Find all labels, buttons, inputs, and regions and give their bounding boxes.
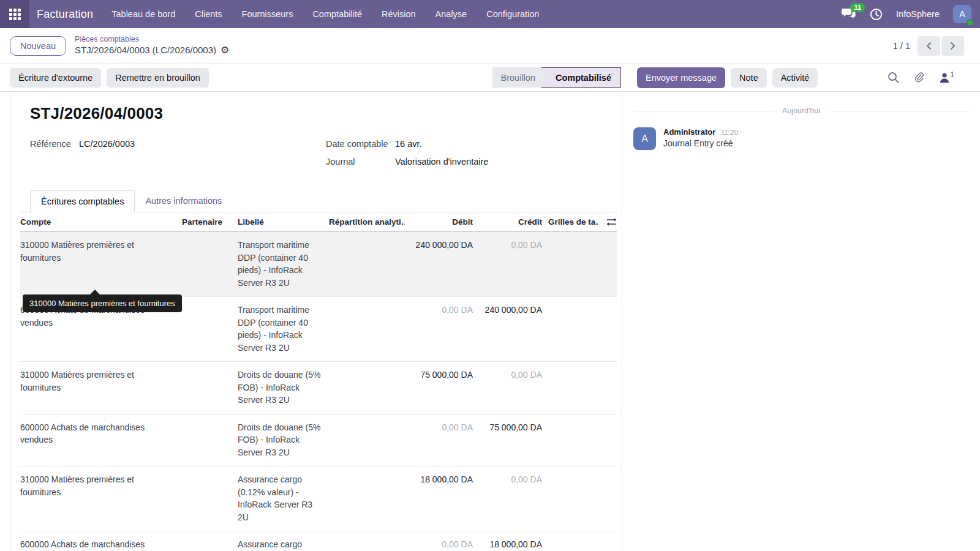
- col-header-analytic[interactable]: Répartition analyti…: [329, 212, 405, 231]
- table-row[interactable]: 310000 Matières premières et fournitures…: [20, 362, 617, 414]
- apps-grid-icon: [9, 9, 21, 20]
- messages-button[interactable]: 11: [842, 8, 856, 20]
- reference-label: Référence: [30, 139, 79, 149]
- online-status-dot: [967, 19, 974, 26]
- chatter-panel: Aujourd'hui A Administrator 11:20 Journa…: [622, 92, 980, 551]
- cell-partner: [182, 467, 238, 531]
- cell-credit: 0,00 DA: [473, 232, 542, 296]
- search-icon: [888, 72, 899, 83]
- send-message-button[interactable]: Envoyer message: [637, 67, 725, 88]
- sliders-icon: [606, 217, 617, 227]
- cell-label: Transport maritime DDP (container 40 pie…: [238, 232, 329, 296]
- journal-value[interactable]: Valorisation d'inventaire: [395, 157, 488, 167]
- message-author[interactable]: Administrator: [663, 127, 715, 137]
- search-messages-button[interactable]: [888, 72, 899, 83]
- menu-analysis[interactable]: Analyse: [426, 0, 477, 28]
- menu-vendors[interactable]: Fournisseurs: [232, 0, 303, 28]
- cell-credit: 18 000,00 DA: [473, 531, 542, 551]
- accounting-date-label: Date comptable: [326, 139, 395, 149]
- messages-badge: 11: [850, 3, 865, 12]
- gear-icon[interactable]: ⚙: [221, 45, 229, 55]
- menu-customers[interactable]: Clients: [185, 0, 232, 28]
- user-avatar[interactable]: A: [953, 5, 971, 23]
- reference-value[interactable]: LC/2026/0003: [79, 139, 135, 149]
- tab-other-info[interactable]: Autres informations: [135, 190, 232, 212]
- menu-dashboard[interactable]: Tableau de bord: [102, 0, 185, 28]
- col-header-credit[interactable]: Crédit: [473, 212, 542, 231]
- new-button[interactable]: Nouveau: [10, 36, 66, 56]
- reset-to-draft-button[interactable]: Remettre en brouillon: [107, 68, 209, 88]
- cell-credit: 0,00 DA: [473, 467, 542, 531]
- account-tooltip: 310000 Matières premières et fournitures: [23, 294, 182, 312]
- breadcrumb-bar: Nouveau Pièces comptables STJ/2026/04/00…: [0, 28, 980, 64]
- company-name[interactable]: InfoSphere: [896, 9, 940, 19]
- clock-icon: [870, 8, 883, 21]
- pager: 1 / 1: [893, 36, 964, 56]
- tab-journal-items[interactable]: Écritures comptables: [30, 190, 135, 212]
- cell-label: Transport maritime DDP (container 40 pie…: [238, 297, 329, 361]
- cell-analytic: [329, 414, 405, 467]
- journal-label: Journal: [326, 157, 395, 167]
- pager-previous-button[interactable]: [918, 36, 940, 56]
- date-divider: Aujourd'hui: [633, 107, 969, 115]
- col-header-debit[interactable]: Débit: [405, 212, 473, 231]
- pager-next-button[interactable]: [941, 36, 964, 56]
- cell-label: Droits de douane (5% FOB) - InfoRack Ser…: [238, 362, 329, 414]
- breadcrumb: Pièces comptables STJ/2026/04/0003 (LC/2…: [75, 35, 229, 56]
- breadcrumb-current: STJ/2026/04/0003 (LC/2026/0003): [75, 45, 216, 56]
- cell-label: Droits de douane (5% FOB) - InfoRack Ser…: [238, 414, 329, 467]
- date-divider-label: Aujourd'hui: [782, 107, 820, 115]
- message-avatar[interactable]: A: [633, 127, 656, 150]
- table-row[interactable]: 310000 Matières premières et fournitures…: [20, 232, 617, 297]
- statusbar: Brouillon Comptabilisé: [492, 67, 621, 88]
- col-header-tax-grids[interactable]: Grilles de ta…: [542, 212, 598, 231]
- cell-credit: 0,00 DA: [473, 362, 542, 414]
- cell-account: 310000 Matières premières et fournitures: [20, 232, 182, 296]
- top-navbar: Facturation Tableau de bord Clients Four…: [0, 0, 980, 28]
- chevron-left-icon: [926, 42, 932, 50]
- cell-analytic: [329, 232, 405, 296]
- accounting-date-value[interactable]: 16 avr.: [395, 139, 422, 149]
- pager-count: 1 / 1: [893, 41, 910, 51]
- table-row[interactable]: 310000 Matières premières et fournitures…: [20, 467, 617, 531]
- chatter-message: A Administrator 11:20 Journal Entry créé: [632, 127, 970, 150]
- activity-button[interactable]: Activité: [772, 68, 818, 88]
- cell-account: 600000 Achats de marchandises vendues: [20, 414, 182, 467]
- status-draft[interactable]: Brouillon: [492, 67, 548, 88]
- cell-partner: [182, 362, 238, 414]
- breadcrumb-parent-link[interactable]: Pièces comptables: [75, 35, 229, 45]
- cell-partner: [182, 297, 238, 361]
- cell-account: 600000 Achats de marchandises vendues: [20, 531, 182, 551]
- followers-button[interactable]: 1: [940, 72, 954, 83]
- menu-review[interactable]: Révision: [372, 0, 426, 28]
- col-header-label[interactable]: Libellé: [238, 212, 329, 231]
- cell-partner: [182, 232, 238, 296]
- col-header-partner[interactable]: Partenaire: [182, 212, 238, 231]
- table-row[interactable]: 600000 Achats de marchandises vendues As…: [20, 531, 617, 551]
- journal-items-table-header: Compte Partenaire Libellé Répartition an…: [20, 212, 617, 232]
- chevron-right-icon: [950, 42, 956, 50]
- cell-analytic: [329, 362, 405, 414]
- menu-accounting[interactable]: Comptabilité: [303, 0, 372, 28]
- cell-account: 310000 Matières premières et fournitures: [20, 467, 182, 531]
- apps-menu-button[interactable]: [0, 0, 29, 28]
- main-menu: Tableau de bord Clients Fournisseurs Com…: [102, 0, 549, 28]
- cell-debit: 0,00 DA: [405, 297, 473, 361]
- log-note-button[interactable]: Note: [731, 68, 767, 88]
- cell-debit: 0,00 DA: [405, 531, 473, 551]
- reverse-entry-button[interactable]: Écriture d'extourne: [10, 68, 101, 88]
- control-panel: Écriture d'extourne Remettre en brouillo…: [0, 64, 980, 92]
- table-row[interactable]: 600000 Achats de marchandises vendues Dr…: [20, 414, 617, 467]
- cell-label: Assurance cargo (0.12% valeur) - InfoRac…: [238, 531, 329, 551]
- activities-button[interactable]: [870, 8, 883, 21]
- message-body: Journal Entry créé: [663, 138, 738, 148]
- cell-account: 310000 Matières premières et fournitures: [20, 362, 182, 414]
- status-posted[interactable]: Comptabilisé: [541, 67, 621, 88]
- cell-partner: [182, 531, 238, 551]
- avatar-letter: A: [959, 9, 965, 19]
- attachments-button[interactable]: [914, 72, 925, 84]
- optional-columns-button[interactable]: [598, 212, 617, 231]
- cell-debit: 240 000,00 DA: [405, 232, 473, 296]
- col-header-account[interactable]: Compte: [20, 212, 182, 231]
- menu-configuration[interactable]: Configuration: [477, 0, 549, 28]
